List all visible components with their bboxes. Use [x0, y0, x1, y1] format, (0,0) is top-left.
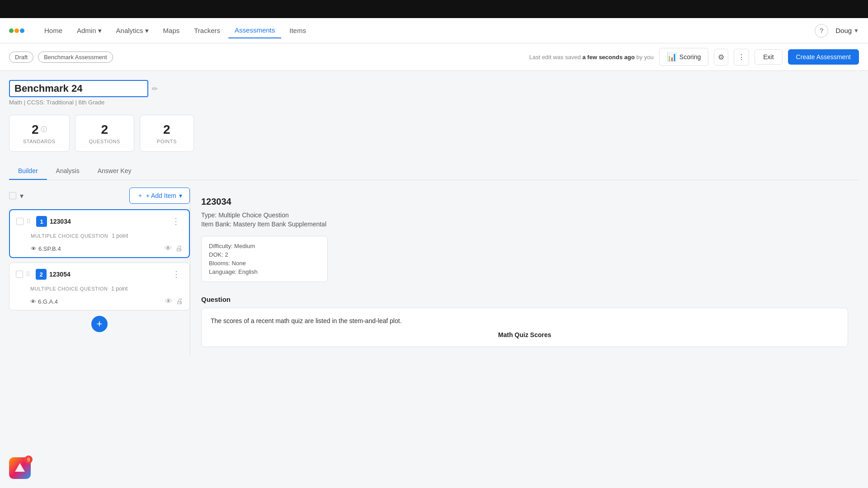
nav-links: Home Admin ▾ Analytics ▾ Maps Trackers A… [38, 23, 815, 38]
detail-type: Type: Multiple Choice Question [201, 211, 848, 219]
scoring-button[interactable]: 📊 Scoring [659, 48, 708, 66]
content-area: ✏ Math | CCSS: Traditional | 6th Grade 2… [0, 71, 868, 365]
card2-preview-icon[interactable]: 👁 [165, 297, 172, 305]
settings-icon: ⚙ [718, 53, 724, 61]
card2-header: ⠿ 2 123054 ⋮ [9, 263, 189, 286]
standards-count: 2 [32, 122, 39, 137]
create-assessment-button[interactable]: Create Assessment [788, 49, 859, 65]
draft-badge[interactable]: Draft [9, 52, 33, 63]
questions-count: 2 [89, 122, 120, 137]
card1-checkbox[interactable] [16, 218, 24, 225]
select-all-checkbox[interactable] [9, 192, 16, 199]
nav-home[interactable]: Home [38, 23, 69, 38]
detail-item-bank: Item Bank: Mastery Item Bank Supplementa… [201, 221, 848, 228]
user-menu[interactable]: Doug ▼ [835, 27, 859, 34]
standard-icon-1: 👁 [31, 245, 37, 252]
toolbar-left: Draft Benchmark Assessment [9, 52, 113, 63]
card2-points: 1 point [111, 286, 127, 292]
settings-button[interactable]: ⚙ [714, 49, 728, 66]
card2-checkbox[interactable] [16, 271, 23, 278]
tab-analysis[interactable]: Analysis [47, 163, 89, 180]
question-card-2[interactable]: ⠿ 2 123054 ⋮ MULTIPLE CHOICE QUESTION 1 … [9, 263, 190, 310]
drag-handle-icon-2[interactable]: ⠿ [26, 271, 30, 278]
top-bar [0, 0, 868, 18]
card1-body: MULTIPLE CHOICE QUESTION 1 point [10, 233, 189, 244]
detail-panel: 123034 Type: Multiple Choice Question It… [190, 188, 859, 356]
items-list-toolbar: ▾ ＋ + Add Item ▾ [9, 188, 190, 204]
card1-print-icon[interactable]: 🖨 [175, 244, 183, 253]
toolbar-right: Last edit was saved a few seconds ago by… [529, 48, 859, 66]
card1-type-row: MULTIPLE CHOICE QUESTION 1 point [31, 233, 128, 239]
card1-menu-button[interactable]: ⋮ [169, 216, 183, 227]
items-toolbar-left: ▾ [9, 192, 24, 200]
card1-preview-icon[interactable]: 👁 [165, 244, 172, 253]
admin-chevron-icon: ▾ [98, 27, 102, 35]
chart-title: Math Quiz Scores [211, 331, 839, 338]
question-content-box: The scores of a recent math quiz are lis… [201, 308, 848, 347]
nav-maps[interactable]: Maps [157, 23, 186, 38]
question-card-1[interactable]: ⠿ 1 123034 ⋮ MULTIPLE CHOICE QUESTION 1 … [9, 209, 190, 258]
standard-icon-2: 👁 [30, 298, 36, 305]
tab-builder[interactable]: Builder [9, 163, 47, 180]
questions-label: QUESTIONS [89, 139, 120, 144]
edit-title-icon[interactable]: ✏ [152, 84, 158, 93]
card2-type-row: MULTIPLE CHOICE QUESTION 1 point [30, 286, 127, 292]
builder-area: ▾ ＋ + Add Item ▾ ⠿ 1 123034 ⋮ [9, 188, 859, 356]
expand-icon[interactable]: ▾ [20, 192, 24, 200]
exit-button[interactable]: Exit [755, 49, 782, 65]
detail-language: Language: English [209, 268, 320, 275]
card2-print-icon[interactable]: 🖨 [176, 297, 183, 305]
stats-row: 2 ⓘ STANDARDS 2 QUESTIONS 2 POINTS [9, 115, 859, 152]
more-options-icon: ⋮ [738, 53, 745, 61]
add-item-chevron-icon: ▾ [179, 192, 182, 199]
stat-points: 2 POINTS [140, 115, 194, 152]
stat-questions: 2 QUESTIONS [75, 115, 134, 152]
standards-info-icon[interactable]: ⓘ [41, 126, 47, 134]
question-section-title: Question [201, 296, 848, 303]
logo-dot-orange [14, 28, 19, 33]
nav-trackers[interactable]: Trackers [188, 23, 226, 38]
standards-label: STANDARDS [23, 139, 56, 144]
title-row: ✏ [9, 80, 859, 97]
detail-dok: DOK: 2 [209, 251, 320, 258]
tab-answer-key[interactable]: Answer Key [89, 163, 141, 180]
scoring-chart-icon: 📊 [667, 52, 677, 62]
add-item-button[interactable]: ＋ + Add Item ▾ [129, 188, 190, 204]
last-edit-note: Last edit was saved a few seconds ago by… [529, 54, 653, 61]
logo-icon [9, 28, 24, 33]
plus-icon: ＋ [137, 192, 143, 200]
card2-number: 2 [36, 269, 47, 280]
card2-actions: 👁 🖨 [165, 297, 183, 305]
add-item-circle-button[interactable]: + [91, 316, 108, 332]
assessment-meta: Math | CCSS: Traditional | 6th Grade [9, 99, 859, 106]
stat-standards: 2 ⓘ STANDARDS [9, 115, 70, 152]
card2-standard: 👁 6.G.A.4 [30, 298, 58, 305]
points-label: POINTS [154, 139, 180, 144]
more-options-button[interactable]: ⋮ [734, 49, 749, 66]
card2-standard-row: 👁 6.G.A.4 👁 🖨 [9, 297, 189, 310]
card2-body: MULTIPLE CHOICE QUESTION 1 point [9, 286, 189, 297]
user-chevron-icon: ▼ [854, 28, 859, 34]
nav-items[interactable]: Items [283, 23, 312, 38]
nav-analytics[interactable]: Analytics ▾ [110, 23, 155, 38]
drag-handle-icon-1[interactable]: ⠿ [26, 218, 31, 225]
points-count: 2 [154, 122, 180, 137]
card2-menu-button[interactable]: ⋮ [170, 268, 183, 280]
navbar: Home Admin ▾ Analytics ▾ Maps Trackers A… [0, 18, 868, 43]
assessment-title-input[interactable] [9, 80, 148, 97]
tabs-row: Builder Analysis Answer Key [9, 163, 859, 180]
help-button[interactable]: ? [815, 24, 828, 38]
assessment-type-badge[interactable]: Benchmark Assessment [38, 52, 113, 63]
card1-type: MULTIPLE CHOICE QUESTION [31, 233, 108, 239]
nav-assessments[interactable]: Assessments [228, 23, 281, 38]
card1-header: ⠿ 1 123034 ⋮ [10, 210, 189, 233]
nav-admin[interactable]: Admin ▾ [71, 23, 108, 38]
card1-standard-row: 👁 6.SP.B.4 👁 🖨 [10, 244, 189, 257]
card1-points: 1 point [112, 233, 128, 239]
detail-item-id: 123034 [201, 197, 848, 207]
app-logo[interactable] [9, 28, 24, 33]
add-circle-plus-icon: + [97, 318, 103, 330]
detail-difficulty: Difficulty: Medium [209, 243, 320, 249]
card2-type: MULTIPLE CHOICE QUESTION [30, 286, 108, 291]
detail-blooms: Blooms: None [209, 260, 320, 267]
